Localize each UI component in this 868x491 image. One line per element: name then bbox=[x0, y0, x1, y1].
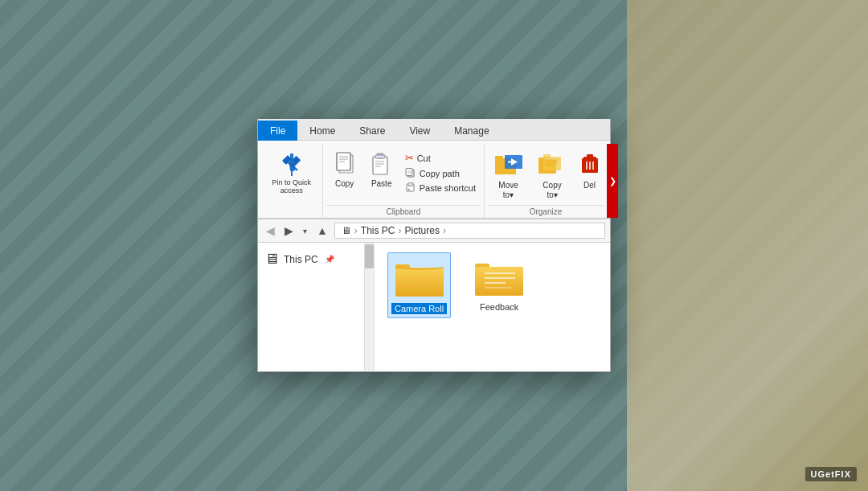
folder-camera-roll-label: Camera Roll bbox=[391, 303, 447, 314]
svg-rect-14 bbox=[375, 155, 385, 158]
copy-to-label: Copy to▾ bbox=[537, 181, 567, 200]
paste-shortcut-button[interactable]: ↗ Paste shortcut bbox=[400, 181, 481, 194]
pin-group-items: Pin to Quick access bbox=[266, 144, 317, 218]
address-pictures[interactable]: Pictures bbox=[405, 225, 440, 236]
pin-icon bbox=[279, 152, 305, 178]
svg-rect-33 bbox=[543, 154, 551, 158]
cut-icon: ✂ bbox=[405, 152, 414, 164]
content-pane: Camera Roll bbox=[375, 243, 610, 371]
folder-feedback-label: Feedback bbox=[480, 302, 518, 312]
ribbon-content: Pin to Quick access bbox=[258, 141, 610, 219]
svg-rect-45 bbox=[395, 268, 444, 297]
address-this-pc[interactable]: This PC bbox=[361, 225, 395, 236]
folder-camera-roll[interactable]: Camera Roll bbox=[387, 252, 451, 318]
move-to-icon bbox=[493, 150, 524, 179]
explorer-body: 🖥 This PC 📌 bbox=[258, 243, 610, 371]
address-bar: ◀ ▶ ▾ ▲ 🖥 › This PC › Pictures › bbox=[258, 219, 610, 243]
pin-indicator: 📌 bbox=[325, 255, 334, 264]
tab-home[interactable]: Home bbox=[297, 121, 347, 141]
pin-to-quick-access-button[interactable]: Pin to Quick access bbox=[266, 147, 317, 198]
address-computer-icon: 🖥 bbox=[342, 225, 351, 236]
address-path-separator-3: › bbox=[443, 225, 446, 236]
watermark-label: UGetFIX bbox=[805, 467, 857, 481]
clipboard-group-items: Copy bbox=[326, 144, 481, 203]
this-pc-label: This PC bbox=[284, 254, 318, 265]
tab-manage[interactable]: Manage bbox=[442, 121, 501, 141]
copy-icon bbox=[333, 150, 357, 178]
move-to-label: Move to▾ bbox=[493, 181, 524, 200]
svg-rect-1 bbox=[290, 153, 293, 162]
copy-path-icon bbox=[405, 168, 416, 178]
paste-button[interactable]: Paste bbox=[365, 147, 399, 194]
address-path-separator-1: › bbox=[354, 225, 358, 236]
explorer-window-wrapper: File Home Share View Manage bbox=[257, 119, 611, 372]
nav-item-this-pc[interactable]: 🖥 This PC 📌 bbox=[258, 248, 374, 271]
delete-button[interactable]: Del bbox=[575, 147, 604, 194]
paste-shortcut-label: Paste shortcut bbox=[420, 183, 476, 193]
svg-text:↗: ↗ bbox=[407, 187, 410, 192]
tab-view[interactable]: View bbox=[397, 121, 442, 141]
copy-button-label: Copy bbox=[335, 179, 354, 189]
svg-rect-12 bbox=[373, 157, 387, 174]
cut-label: Cut bbox=[417, 153, 431, 163]
background-right-panel bbox=[627, 0, 868, 491]
nav-pane: 🖥 This PC 📌 bbox=[258, 243, 375, 371]
back-button[interactable]: ◀ bbox=[263, 223, 278, 239]
svg-rect-26 bbox=[495, 156, 503, 160]
forward-button[interactable]: ▶ bbox=[281, 223, 297, 239]
ribbon: File Home Share View Manage bbox=[258, 119, 610, 219]
copy-button[interactable]: Copy bbox=[326, 147, 363, 194]
ribbon-overflow-button[interactable] bbox=[607, 144, 618, 218]
svg-rect-38 bbox=[587, 154, 593, 158]
paste-button-label: Paste bbox=[371, 179, 392, 189]
copy-to-button[interactable]: Copy to▾ bbox=[532, 147, 572, 203]
delete-label: Del bbox=[583, 181, 596, 190]
tab-share[interactable]: Share bbox=[347, 121, 397, 141]
ribbon-group-pin: Pin to Quick access bbox=[261, 144, 323, 218]
folder-camera-roll-icon bbox=[394, 256, 445, 300]
delete-icon bbox=[579, 150, 601, 179]
cut-button[interactable]: ✂ Cut bbox=[400, 150, 481, 166]
svg-rect-19 bbox=[406, 169, 412, 176]
explorer-window: File Home Share View Manage bbox=[257, 119, 611, 372]
svg-rect-32 bbox=[543, 157, 561, 170]
recent-locations-button[interactable]: ▾ bbox=[300, 225, 310, 237]
svg-rect-48 bbox=[475, 267, 523, 296]
svg-rect-23 bbox=[408, 183, 413, 186]
scrollbar-thumb[interactable] bbox=[365, 244, 374, 268]
clipboard-group-label: Clipboard bbox=[326, 205, 481, 218]
copy-to-icon bbox=[537, 150, 567, 179]
clipboard-right-column: ✂ Cut Copy bbox=[400, 147, 481, 194]
ribbon-group-organize: Move to▾ bbox=[485, 144, 607, 218]
this-pc-icon: 🖥 bbox=[264, 251, 279, 268]
tab-file[interactable]: File bbox=[258, 121, 297, 141]
paste-shortcut-icon: ↗ bbox=[405, 182, 416, 193]
nav-pane-scrollbar[interactable] bbox=[364, 243, 374, 371]
address-path-separator-2: › bbox=[399, 225, 402, 236]
up-button[interactable]: ▲ bbox=[313, 223, 331, 239]
folder-feedback[interactable]: Feedback bbox=[470, 252, 528, 315]
folder-feedback-icon bbox=[473, 256, 525, 299]
organize-group-label: Organize bbox=[488, 205, 604, 218]
address-path-bar[interactable]: 🖥 › This PC › Pictures › bbox=[334, 223, 605, 239]
copy-path-button[interactable]: Copy path bbox=[400, 166, 481, 180]
ribbon-tab-bar: File Home Share View Manage bbox=[258, 119, 610, 141]
move-to-button[interactable]: Move to▾ bbox=[488, 147, 529, 203]
organize-group-items: Move to▾ bbox=[488, 144, 604, 203]
pin-button-label: Pin to Quick access bbox=[271, 179, 313, 195]
copy-path-label: Copy path bbox=[420, 169, 460, 178]
ribbon-group-clipboard: Copy bbox=[323, 144, 485, 218]
paste-icon bbox=[370, 150, 394, 178]
